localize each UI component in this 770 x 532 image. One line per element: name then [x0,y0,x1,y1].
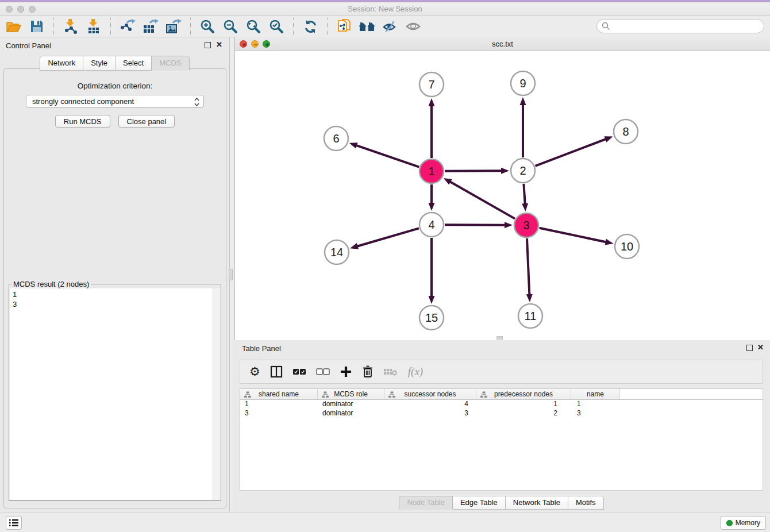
main-toolbar [0,16,770,37]
import-table-button[interactable] [82,17,105,36]
column-header-successor-nodes[interactable]: successor nodes [384,389,476,399]
edge-2-8[interactable] [536,138,607,165]
node-8[interactable]: 8 [614,119,638,144]
edge-2-3[interactable] [523,184,525,205]
column-header-name[interactable]: name [571,389,620,399]
refresh-layout-button[interactable] [299,17,322,36]
node-9[interactable]: 9 [511,71,535,95]
edge-1-6[interactable] [355,145,419,167]
node-label: 10 [621,240,633,253]
table-settings-button[interactable]: ⚙ [249,364,260,380]
criterion-select[interactable]: strongly connected component [26,95,204,108]
network-canvas[interactable]: 7968124314101511 [235,51,770,340]
add-column-button[interactable] [340,364,352,380]
panel-splitter-handle[interactable] [229,269,233,280]
show-hidden-button[interactable] [402,17,425,36]
column-header-label: predecessor nodes [494,390,553,398]
tab-node-table[interactable]: Node Table [399,496,453,510]
tab-edge-table[interactable]: Edge Table [453,496,506,510]
edge-3-11[interactable] [527,238,529,296]
delete-column-button[interactable] [362,364,374,380]
float-panel-icon[interactable] [205,42,211,48]
node-table[interactable]: shared nameMCDS rolesuccessor nodesprede… [240,388,763,491]
tab-network-table[interactable]: Network Table [506,496,568,510]
table-cell[interactable]: 1 [240,400,318,409]
apply-function-button[interactable]: f(x) [408,364,423,380]
memory-status-icon [726,520,733,526]
eye-icon [405,19,422,34]
edge-3-10[interactable] [540,228,607,242]
close-panel-icon[interactable]: ✕ [216,41,222,49]
close-panel-icon[interactable]: ✕ [757,344,764,352]
column-header-predecessor-nodes[interactable]: predecessor nodes [476,389,571,399]
table-cell[interactable]: 2 [476,409,571,418]
node-10[interactable]: 10 [615,234,639,259]
save-session-button[interactable] [25,17,48,36]
memory-button[interactable]: Memory [721,516,766,530]
table-panel-header: Table Panel ✕ [233,340,770,356]
zoom-out-button[interactable] [219,17,242,36]
node-2[interactable]: 2 [511,159,535,183]
table-cell[interactable]: dominator [318,400,384,409]
network-view-window: scc.txt 7968124314101511 [234,37,770,340]
zoom-selected-button[interactable] [265,17,288,36]
table-header-row: shared nameMCDS rolesuccessor nodesprede… [240,389,763,400]
open-session-button[interactable] [2,17,25,36]
column-header-shared-name[interactable]: shared name [240,389,318,399]
edge-4-14[interactable] [356,228,419,246]
tab-select[interactable]: Select [116,56,152,71]
table-cell[interactable]: 1 [476,400,571,409]
table-row[interactable]: 3dominator323 [240,409,763,418]
network-window-titlebar: scc.txt [235,37,770,51]
edge-4-3[interactable] [445,225,506,225]
delete-table-button[interactable] [383,364,398,380]
table-cell[interactable]: 3 [384,409,476,418]
edge-3-1[interactable] [449,181,515,218]
network-window-title: scc.txt [235,40,770,48]
table-row[interactable]: 1dominator411 [240,400,763,409]
node-4[interactable]: 4 [419,213,444,237]
task-history-button[interactable] [6,516,22,530]
zoom-in-button[interactable] [196,17,219,36]
table-cell[interactable]: dominator [318,409,384,418]
node-7[interactable]: 7 [419,72,444,97]
node-1[interactable]: 1 [419,159,444,183]
table-cell[interactable]: 4 [384,400,476,409]
tab-style[interactable]: Style [83,56,116,71]
clone-network-button[interactable] [333,17,356,36]
result-scrollbar[interactable] [213,288,220,500]
column-header-MCDS-role[interactable]: MCDS role [318,389,384,399]
mcds-result-text[interactable]: 13 [10,288,220,500]
run-mcds-button[interactable]: Run MCDS [55,115,110,128]
edge-1-2[interactable] [445,171,503,171]
search-input[interactable] [596,19,764,33]
node-11[interactable]: 11 [518,304,542,328]
canvas-splitter-handle[interactable] [496,336,503,340]
toolbar-separator [327,18,328,35]
table-cell[interactable]: 3 [571,409,620,418]
float-panel-icon[interactable] [746,345,753,351]
select-all-button[interactable] [292,364,306,380]
export-network-button[interactable] [116,17,139,36]
export-table-button[interactable] [139,17,162,36]
export-image-button[interactable] [162,17,185,36]
node-6[interactable]: 6 [324,126,348,151]
tab-mcds[interactable]: MCDS [152,56,189,71]
home-button[interactable] [356,17,379,36]
node-14[interactable]: 14 [325,240,349,264]
node-15[interactable]: 15 [419,306,444,330]
node-3[interactable]: 3 [514,213,538,237]
toolbar-separator [190,18,191,35]
tab-motifs[interactable]: Motifs [568,496,604,510]
edge-arrowhead [429,98,435,106]
deselect-all-button[interactable] [316,364,330,380]
close-panel-button[interactable]: Close panel [118,115,175,128]
table-cell[interactable]: 1 [571,400,620,409]
table-cell[interactable]: 3 [240,409,318,418]
tab-network[interactable]: Network [40,56,83,71]
network-graph[interactable]: 7968124314101511 [235,51,770,340]
zoom-fit-button[interactable] [242,17,265,36]
hide-panels-button[interactable] [379,17,402,36]
show-columns-button[interactable] [270,364,283,380]
import-network-button[interactable] [59,17,82,36]
